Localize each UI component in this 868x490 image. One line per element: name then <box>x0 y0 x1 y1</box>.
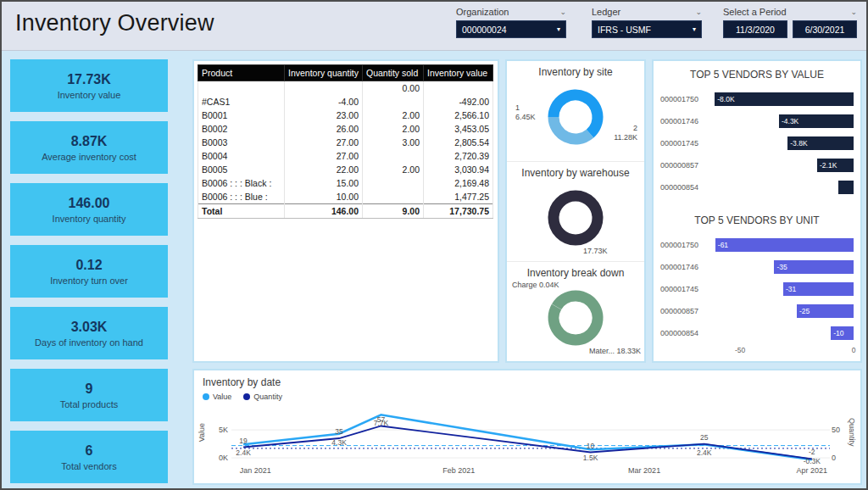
donut-slice[interactable] <box>554 296 598 340</box>
donut-slice[interactable] <box>554 117 590 139</box>
ledger-filter: Ledger ⌄ IFRS - USMF ▾ <box>592 7 702 38</box>
bar-row: 000001745-3.8K <box>654 132 860 154</box>
table-row[interactable]: B0006 : : : Blue :10.001,477.25 <box>198 190 493 204</box>
bar[interactable] <box>838 181 854 194</box>
table-row[interactable]: B000427.002,720.39 <box>198 149 493 163</box>
legend-item[interactable]: Value <box>203 393 231 401</box>
kpi-value: 9 <box>86 381 93 397</box>
organization-filter-header[interactable]: Organization ⌄ <box>456 7 566 17</box>
donut-slice[interactable] <box>554 196 598 240</box>
category-label: 000000857 <box>660 307 701 315</box>
cell-product: B0005 <box>198 163 285 176</box>
column-header[interactable]: Quantity sold <box>363 65 424 81</box>
table-row[interactable]: 0.00 <box>198 81 493 96</box>
kpi-card[interactable]: 3.03KDays of inventory on hand <box>10 307 168 359</box>
bar-track: -31 <box>706 282 854 296</box>
cell-value: 2,169.48 <box>424 176 493 190</box>
bar-track: -25 <box>706 304 854 318</box>
bar-row: 000000854 <box>654 176 860 198</box>
donut-chart: Charge 0.04KMater... 18.33K <box>507 281 644 360</box>
chart-title: Inventory break down <box>507 267 644 279</box>
x-tick: Mar 2021 <box>628 466 660 475</box>
category-label: 000000857 <box>660 161 701 170</box>
bar[interactable]: -61 <box>715 238 854 252</box>
top5-vendors-by-unit-chart: TOP 5 VENDORS BY UNIT 000001750-61000001… <box>654 207 860 358</box>
bar-value-label: -3.8K <box>790 139 807 148</box>
bar[interactable]: -8.0K <box>715 92 854 106</box>
data-label: Charge 0.04K <box>512 281 559 290</box>
line-chart-svg: 2.4K4.3K7.7K1.5K2.4K-0.3K1935571025-2 <box>231 409 830 465</box>
total-cell: 17,730.75 <box>424 204 493 219</box>
point-label: 10 <box>587 442 595 450</box>
inventory-by-warehouse-chart: Inventory by warehouse 17.73K <box>507 161 644 261</box>
organization-select[interactable]: 000000024 ▾ <box>456 20 566 38</box>
kpi-card[interactable]: 9Total products <box>10 369 168 421</box>
period-end-input[interactable]: 6/30/2021 <box>793 20 857 38</box>
cell-value: -492.00 <box>424 95 493 109</box>
cell-value <box>363 190 424 204</box>
chevron-down-icon: ▾ <box>557 25 560 33</box>
column-header[interactable]: Inventory quantity <box>285 65 363 81</box>
legend-dot-icon <box>243 393 250 400</box>
bar[interactable]: -10 <box>831 326 854 340</box>
bar[interactable]: -35 <box>774 260 854 274</box>
kpi-card[interactable]: 17.73KInventory value <box>10 59 168 112</box>
chevron-down-icon[interactable]: ⌄ <box>695 8 702 16</box>
cell-value: 3,453.05 <box>424 122 493 136</box>
bar-track: -8.0K <box>706 92 854 106</box>
x-tick: Jan 2021 <box>240 466 271 475</box>
category-label: 000000854 <box>660 183 701 192</box>
x-axis: -500 <box>706 346 854 358</box>
kpi-value: 3.03K <box>71 320 108 335</box>
value-line[interactable] <box>243 415 812 459</box>
ledger-value: IFRS - USMF <box>598 25 651 35</box>
kpi-label: Total vendors <box>61 461 116 471</box>
organization-filter: Organization ⌄ 000000024 ▾ <box>456 7 566 38</box>
line-plot[interactable]: 2.4K4.3K7.7K1.5K2.4K-0.3K1935571025-2 <box>231 409 830 465</box>
bar[interactable]: -2.1K <box>817 159 854 172</box>
column-header[interactable]: Inventory value <box>424 65 493 81</box>
cell-value <box>424 81 493 96</box>
bar[interactable]: -3.8K <box>787 136 854 150</box>
bar-value-label: -61 <box>718 241 728 249</box>
point-label: 4.3K <box>331 438 347 447</box>
cell-value: 23.00 <box>285 109 363 122</box>
table-row[interactable]: B0006 : : : Black :15.002,169.48 <box>198 176 493 190</box>
total-cell: 9.00 <box>363 204 424 219</box>
quantity-line[interactable] <box>243 426 812 459</box>
ledger-filter-header[interactable]: Ledger ⌄ <box>592 7 702 17</box>
table-row[interactable]: B000226.002.003,453.05 <box>198 122 493 136</box>
table-row[interactable]: B000327.003.002,805.54 <box>198 136 493 149</box>
period-filter-header[interactable]: Select a Period ⌄ <box>723 7 857 17</box>
chevron-down-icon[interactable]: ⌄ <box>559 8 566 16</box>
kpi-card[interactable]: 6Total vendors <box>10 431 168 483</box>
period-start-input[interactable]: 11/3/2020 <box>723 20 787 38</box>
bar[interactable]: -25 <box>797 304 854 318</box>
column-header[interactable]: Product <box>198 65 285 81</box>
x-axis-labels: Jan 2021Feb 2021Mar 2021Apr 2021 <box>231 466 830 478</box>
chevron-down-icon[interactable]: ⌄ <box>850 8 857 16</box>
kpi-card[interactable]: 146.00Inventory quantity <box>10 183 168 236</box>
right-axis-ticks: 500 <box>832 409 850 465</box>
cell-value: 10.00 <box>285 190 363 204</box>
legend-item[interactable]: Quantity <box>243 393 282 401</box>
kpi-card[interactable]: 0.12Inventory turn over <box>10 245 168 298</box>
table-row[interactable]: B000522.002.003,030.94 <box>198 163 493 176</box>
bar-value-label: -4.3K <box>782 117 798 125</box>
ledger-select[interactable]: IFRS - USMF ▾ <box>592 20 702 38</box>
point-label: -2 <box>809 448 815 456</box>
cell-value: 0.00 <box>363 81 424 96</box>
legend-label: Value <box>213 393 231 401</box>
table-row[interactable]: #CAS1-4.00-492.00 <box>198 95 493 109</box>
cell-value: 2,805.54 <box>424 136 493 149</box>
cell-value <box>363 149 424 163</box>
legend-label: Quantity <box>253 393 282 401</box>
table-row[interactable]: B000123.002.002,566.10 <box>198 109 493 122</box>
data-label: 17.73K <box>583 247 608 256</box>
bar[interactable]: -4.3K <box>779 114 854 128</box>
chart-title: Inventory by warehouse <box>507 167 644 179</box>
kpi-card[interactable]: 8.87KAverage inventory cost <box>10 121 168 174</box>
kpi-label: Total products <box>60 399 118 409</box>
cell-value: 3.00 <box>363 136 424 149</box>
bar[interactable]: -31 <box>783 282 854 296</box>
